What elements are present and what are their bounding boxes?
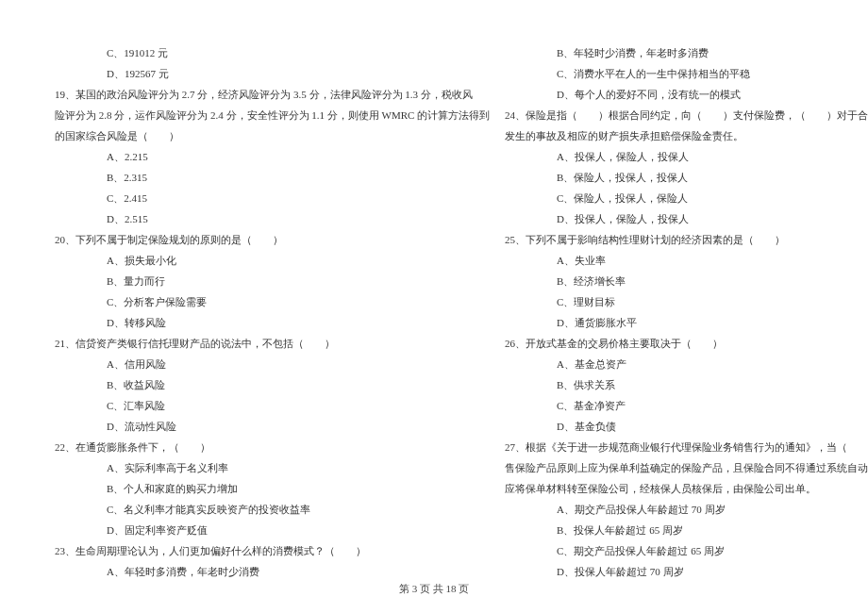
q26-option-d: D、基金负债	[505, 416, 868, 437]
q20-stem: 20、下列不属于制定保险规划的原则的是（ ）	[55, 229, 490, 250]
q27-option-d: D、投保人年龄超过 70 周岁	[505, 561, 868, 582]
q23-option-d: D、每个人的爱好不同，没有统一的模式	[505, 84, 868, 105]
q22-option-b: B、个人和家庭的购买力增加	[55, 478, 490, 499]
q25-option-a: A、失业率	[505, 250, 868, 271]
q27-stem-line3: 应将保单材料转至保险公司，经核保人员核保后，由保险公司出单。	[505, 478, 868, 499]
q25-option-d: D、通货膨胀水平	[505, 312, 868, 333]
q26-option-a: A、基金总资产	[505, 354, 868, 374]
exam-page: C、191012 元 D、192567 元 19、某国的政治风险评分为 2.7 …	[0, 0, 868, 613]
q27-option-c: C、期交产品投保人年龄超过 65 周岁	[505, 540, 868, 561]
q23-option-c: C、消费水平在人的一生中保持相当的平稳	[505, 63, 868, 84]
q24-stem-line1: 24、保险是指（ ）根据合同约定，向（ ）支付保险费，（ ）对于合同约定的可能	[505, 105, 868, 125]
q23-option-b: B、年轻时少消费，年老时多消费	[505, 42, 868, 63]
q24-option-c: C、保险人，投保人，保险人	[505, 188, 868, 208]
q19-option-a: A、2.215	[55, 146, 490, 167]
q26-option-c: C、基金净资产	[505, 395, 868, 416]
q19-stem-line1: 19、某国的政治风险评分为 2.7 分，经济风险评分为 3.5 分，法律风险评分…	[55, 84, 490, 105]
right-column: B、年轻时少消费，年老时多消费 C、消费水平在人的一生中保持相当的平稳 D、每个…	[497, 42, 868, 575]
q18-option-d: D、192567 元	[55, 63, 490, 84]
q21-option-d: D、流动性风险	[55, 416, 490, 437]
q19-stem-line2: 险评分为 2.8 分，运作风险评分为 2.4 分，安全性评分为 1.1 分，则使…	[55, 105, 490, 125]
q20-option-a: A、损失最小化	[55, 250, 490, 271]
q27-option-a: A、期交产品投保人年龄超过 70 周岁	[505, 499, 868, 520]
q24-option-a: A、投保人，保险人，投保人	[505, 146, 868, 167]
q23-stem: 23、生命周期理论认为，人们更加偏好什么样的消费模式？（ ）	[55, 540, 490, 561]
q19-option-d: D、2.515	[55, 208, 490, 229]
q18-option-c: C、191012 元	[55, 42, 490, 63]
page-footer: 第 3 页 共 18 页	[0, 582, 868, 596]
q27-option-b: B、投保人年龄超过 65 周岁	[505, 520, 868, 540]
q19-stem-line3: 的国家综合风险是（ ）	[55, 125, 490, 146]
q22-stem: 22、在通货膨胀条件下，（ ）	[55, 437, 490, 457]
q22-option-a: A、实际利率高于名义利率	[55, 457, 490, 478]
q25-stem: 25、下列不属于影响结构性理财计划的经济因素的是（ ）	[505, 229, 868, 250]
q22-option-c: C、名义利率才能真实反映资产的投资收益率	[55, 499, 490, 520]
left-column: C、191012 元 D、192567 元 19、某国的政治风险评分为 2.7 …	[47, 42, 497, 575]
q24-stem-line2: 发生的事故及相应的财产损失承担赔偿保险金责任。	[505, 125, 868, 146]
q23-option-a: A、年轻时多消费，年老时少消费	[55, 561, 490, 582]
q26-option-b: B、供求关系	[505, 374, 868, 395]
q21-option-c: C、汇率风险	[55, 395, 490, 416]
q19-option-b: B、2.315	[55, 167, 490, 188]
q24-option-b: B、保险人，投保人，投保人	[505, 167, 868, 188]
q20-option-c: C、分析客户保险需要	[55, 291, 490, 312]
q27-stem-line2: 售保险产品原则上应为保单利益确定的保险产品，且保险合同不得通过系统自动核保现场出…	[505, 457, 868, 478]
q20-option-b: B、量力而行	[55, 271, 490, 291]
q20-option-d: D、转移风险	[55, 312, 490, 333]
q27-stem-line1: 27、根据《关于进一步规范商业银行代理保险业务销售行为的通知》，当（ ）时，向其…	[505, 437, 868, 457]
q26-stem: 26、开放式基金的交易价格主要取决于（ ）	[505, 333, 868, 354]
q21-stem: 21、信贷资产类银行信托理财产品的说法中，不包括（ ）	[55, 333, 490, 354]
q25-option-b: B、经济增长率	[505, 271, 868, 291]
q25-option-c: C、理财目标	[505, 291, 868, 312]
q24-option-d: D、投保人，保险人，投保人	[505, 208, 868, 229]
q21-option-b: B、收益风险	[55, 374, 490, 395]
q19-option-c: C、2.415	[55, 188, 490, 208]
q21-option-a: A、信用风险	[55, 354, 490, 374]
q22-option-d: D、固定利率资产贬值	[55, 520, 490, 540]
